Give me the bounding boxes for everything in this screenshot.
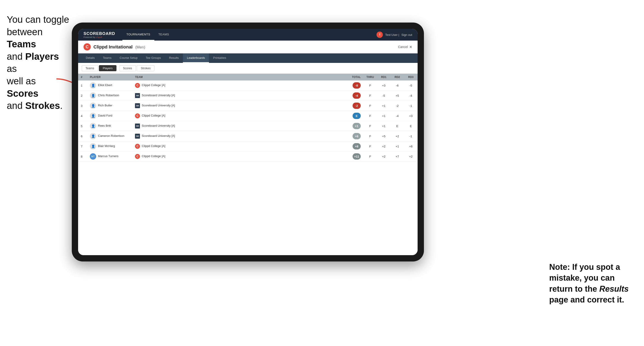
cell-rd2: -6 [390,80,404,91]
sub-nav: Details Teams Course Setup Tee Groups Re… [78,53,418,63]
team-logo-c: C [135,83,140,88]
table-row: 4 👤David Ford CClippd College [A] E F +1… [78,111,418,121]
cell-total: +11 [345,152,364,162]
cell-thru: F [364,80,377,91]
cell-rank: 3 [78,101,87,111]
col-team: TEAM [132,74,345,80]
toggle-bar: Teams Players Scores Strokes [78,63,418,74]
nav-teams[interactable]: TEAMS [154,29,173,41]
cell-total: +8 [345,141,364,152]
cell-rd2: +7 [390,152,404,162]
score-badge: +1 [352,123,361,129]
score-badge: -4 [352,92,361,99]
cell-rank: 2 [78,91,87,101]
subnav-tee-groups[interactable]: Tee Groups [142,53,165,63]
cell-rd3: +2 [404,152,418,162]
cell-player: 👤Elliot Ebert [87,80,132,91]
user-avatar: T [376,31,383,38]
cell-rd3: -4 [404,91,418,101]
toggle-strokes[interactable]: Strokes [137,65,154,71]
annotation-strokes: Strokes [25,100,60,111]
col-total: TOTAL [345,74,364,80]
tablet-screen: SCOREBOARD Powered by clippd TOURNAMENTS… [78,29,418,255]
tournament-title: C Clippd Invitational (Men) [84,43,145,50]
cell-team: SBScoreboard University [A] [132,121,345,131]
annotation-scores: Scores [7,88,38,99]
cell-rd1: +2 [377,141,390,152]
scoreboard-logo: SCOREBOARD Powered by clippd [84,31,115,38]
cell-player: 👤Chris Robertson [87,91,132,101]
cell-player: 👤Blair McHarg [87,141,132,152]
team-logo-sb: SB [135,103,140,108]
cell-team: SBScoreboard University [A] [132,101,345,111]
col-thru: THRU [364,74,377,80]
tablet-frame: SCOREBOARD Powered by clippd TOURNAMENTS… [72,22,424,261]
cell-rd2: +2 [390,131,404,141]
tournament-header: C Clippd Invitational (Men) Cancel ✕ [78,41,418,53]
subnav-course-setup[interactable]: Course Setup [116,53,142,63]
table-row: 7 👤Blair McHarg CClippd College [A] +8 F… [78,141,418,152]
player-avatar: 👤 [90,143,96,150]
team-logo-sb: SB [135,124,140,129]
cell-rd1: +5 [377,131,390,141]
logo-brand: clippd [96,36,102,38]
cell-rank: 1 [78,80,87,91]
player-avatar: MT [90,153,96,160]
cell-rd1: +1 [377,101,390,111]
cell-rd3: -1 [404,101,418,111]
team-logo-c: C [135,113,140,118]
subnav-teams[interactable]: Teams [99,53,116,63]
cell-player: 👤Rees Britt [87,121,132,131]
cell-total: -2 [345,101,364,111]
col-rd2: RD2 [390,74,404,80]
cell-rd1: +2 [377,152,390,162]
player-avatar: 👤 [90,82,96,89]
note-label: Note: If you spot a mistake, you can ret… [549,262,629,305]
cell-rd3: -5 [404,80,418,91]
cell-team: CClippd College [A] [132,152,345,162]
cell-thru: F [364,91,377,101]
toggle-players[interactable]: Players [99,65,116,71]
header-right: T Test User | Sign out [376,31,412,38]
team-logo-sb: SB [135,93,140,98]
cell-thru: F [364,152,377,162]
cell-rank: 7 [78,141,87,152]
cell-player: 👤Rich Butler [87,101,132,111]
subnav-results[interactable]: Results [165,53,183,63]
toggle-teams[interactable]: Teams [82,65,98,71]
subnav-printables[interactable]: Printables [209,53,230,63]
cell-rd3: -1 [404,131,418,141]
cell-rd3: E [404,121,418,131]
logo-main-text: SCOREBOARD [84,31,115,36]
cell-rd1: +1 [377,111,390,121]
cell-player: MTMarcus Turners [87,152,132,162]
sign-out-button[interactable]: Sign out [401,33,412,36]
table-row: 8 MTMarcus Turners CClippd College [A] +… [78,152,418,162]
cancel-button[interactable]: Cancel ✕ [398,45,412,49]
nav-tournaments[interactable]: TOURNAMENTS [122,29,154,41]
cell-rank: 4 [78,111,87,121]
tournament-name: Clippd Invitational (Men) [94,44,145,50]
table-row: 1 👤Elliot Ebert CClippd College [A] -8 F… [78,80,418,91]
cell-rd1: -5 [377,91,390,101]
cell-thru: F [364,101,377,111]
logo-sub-text: Powered by clippd [84,36,115,38]
col-player: PLAYER [87,74,132,80]
score-badge: +6 [352,133,361,139]
toggle-scores[interactable]: Scores [119,65,136,71]
subnav-details[interactable]: Details [82,53,99,63]
score-badge: -2 [352,103,361,109]
cell-rd2: -4 [390,111,404,121]
cell-rd1: +1 [377,121,390,131]
score-badge: E [352,113,361,119]
table-row: 5 👤Rees Britt SBScoreboard University [A… [78,121,418,131]
user-name: Test User | [385,33,399,36]
cell-rank: 6 [78,131,87,141]
cell-team: SBScoreboard University [A] [132,91,345,101]
app-header: SCOREBOARD Powered by clippd TOURNAMENTS… [78,29,418,41]
annotation-players: Players [25,51,59,62]
subnav-leaderboards[interactable]: Leaderboards [183,53,209,63]
score-badge: +11 [352,153,361,160]
cell-thru: F [364,111,377,121]
score-badge: -8 [352,82,361,89]
